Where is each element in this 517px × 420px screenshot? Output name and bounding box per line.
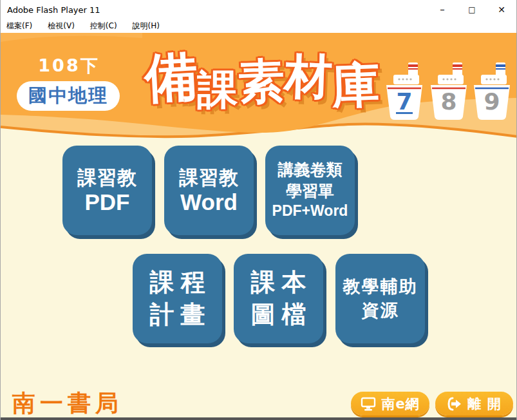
- publisher-logo: 南一書局: [12, 388, 123, 417]
- minimize-button[interactable]: –: [428, 0, 457, 19]
- tile-label: 講義卷類: [278, 160, 343, 181]
- app-window: Adobe Flash Player 11 – □ ✕ 檔案(F) 檢視(V) …: [0, 0, 517, 420]
- tile-keshijiao-word[interactable]: 課習教 Word: [164, 146, 254, 235]
- exit-button[interactable]: 離 開: [435, 392, 513, 415]
- grade-7-number: 7: [396, 88, 412, 115]
- tile-label: 圖檔: [251, 299, 313, 330]
- subject-badge: 國中地理: [17, 81, 120, 111]
- tile-label: 課習教: [179, 166, 239, 190]
- grade-8-number: 8: [440, 88, 456, 115]
- menu-view[interactable]: 檢視(V): [48, 21, 75, 32]
- grade-7-ship[interactable]: 7: [385, 59, 424, 121]
- monitor-icon: [361, 397, 376, 411]
- tile-label: PDF+Word: [272, 202, 348, 221]
- maximize-icon: □: [468, 5, 475, 14]
- tile-label: 資源: [362, 299, 399, 322]
- grade-9-number: 9: [484, 88, 500, 115]
- grade-9-ship[interactable]: 9: [473, 59, 511, 121]
- app-title: 備課素材庫: [136, 38, 388, 122]
- minimize-icon: –: [440, 4, 445, 15]
- tile-label: Word: [180, 189, 238, 215]
- tile-label: 教學輔助: [343, 275, 418, 298]
- menu-bar: 檔案(F) 檢視(V) 控制(C) 說明(H): [1, 19, 516, 33]
- nan-e-web-button[interactable]: 南e網: [351, 392, 429, 415]
- semester-label: 108下: [19, 54, 119, 77]
- menu-file[interactable]: 檔案(F): [6, 21, 32, 32]
- grade-8-ship[interactable]: 8: [429, 59, 468, 121]
- tile-handouts-worksheets[interactable]: 講義卷類 學習單 PDF+Word: [265, 146, 355, 235]
- menu-control[interactable]: 控制(C): [90, 21, 117, 32]
- grade-ships: 7 8: [385, 59, 512, 121]
- title-bar: Adobe Flash Player 11 – □ ✕: [1, 0, 516, 19]
- nan-e-web-label: 南e網: [381, 395, 419, 413]
- tile-curriculum-plan[interactable]: 課程 計畫: [133, 254, 222, 343]
- tile-label: 課本: [251, 267, 313, 298]
- maximize-button[interactable]: □: [457, 0, 487, 19]
- grade-7-underline: [396, 112, 413, 114]
- tile-label: 課程: [150, 267, 212, 298]
- tile-keshijiao-pdf[interactable]: 課習教 PDF: [62, 146, 152, 235]
- close-icon: ✕: [498, 5, 505, 15]
- tile-label: 計畫: [150, 299, 212, 330]
- flash-stage: 108下 國中地理 備課素材庫 7: [1, 33, 517, 417]
- window-title: Adobe Flash Player 11: [1, 5, 100, 15]
- tile-label: PDF: [85, 189, 130, 215]
- window-bottom-border: [1, 417, 516, 420]
- window-controls: – □ ✕: [428, 0, 516, 19]
- subject-label: 國中地理: [28, 83, 108, 109]
- tile-textbook-images[interactable]: 課本 圖檔: [234, 254, 323, 343]
- tile-label: 課習教: [77, 166, 137, 190]
- menu-help[interactable]: 說明(H): [133, 21, 160, 32]
- exit-label: 離 開: [467, 395, 501, 413]
- exit-icon: [447, 397, 462, 411]
- tile-label: 學習單: [286, 181, 334, 202]
- close-button[interactable]: ✕: [487, 0, 516, 19]
- tile-teaching-aids[interactable]: 教學輔助 資源: [335, 254, 425, 343]
